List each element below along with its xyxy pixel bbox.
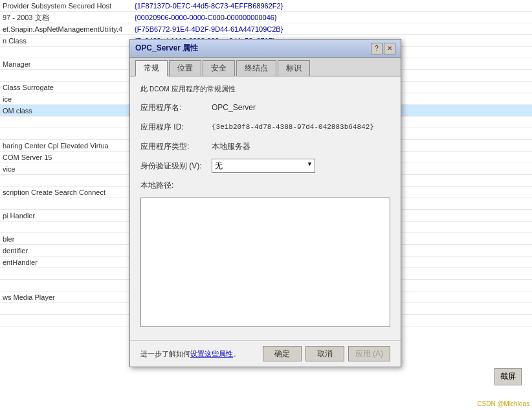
list-left-cell: pi Handler (0, 210, 129, 221)
list-right-cell: {F75B6772-91E4-4D2F-9D44-61A447109C2B} (129, 23, 532, 34)
list-left-cell (0, 268, 129, 279)
list-left-cell: Provider Subsystem Secured Host (0, 0, 129, 11)
tab-常规[interactable]: 常规 (135, 60, 168, 76)
field-localpath: 本地路径: (140, 178, 390, 192)
field-appname-value: OPC_Server (212, 103, 256, 112)
list-left-cell: dentifier (0, 245, 129, 256)
dialog-titlebar: OPC_Server 属性 ? ✕ (130, 40, 401, 58)
tab-安全[interactable]: 安全 (203, 60, 235, 76)
list-left-cell: n Class (0, 35, 129, 46)
field-localpath-label: 本地路径: (140, 180, 212, 191)
field-appid-value: {3e1b20f8-4d78-4388-97d4-042883b64842} (212, 123, 374, 131)
watermark: CSDN @Michloas (477, 400, 529, 407)
apply-button[interactable]: 应用 (A) (348, 346, 390, 361)
dialog-body: 此 DCOM 应用程序的常规属性 应用程序名: OPC_Server 应用程序 … (130, 76, 401, 340)
list-left-cell: bler (0, 233, 129, 244)
list-right-cell: {00020906-0000-0000-C000-000000000046} (129, 12, 532, 23)
field-authlevel: 身份验证级别 (V): 无 (140, 159, 390, 173)
list-left-cell (0, 198, 129, 209)
auth-select-wrapper: 无 (212, 159, 315, 173)
list-left-cell (0, 70, 129, 81)
list-left-cell (0, 222, 129, 233)
field-appid: 应用程序 ID: {3e1b20f8-4d78-4388-97d4-042883… (140, 120, 390, 134)
field-appname: 应用程序名: OPC_Server (140, 100, 390, 115)
properties-dialog: OPC_Server 属性 ? ✕ 常规位置安全终结点标识 此 DCOM 应用程… (129, 39, 401, 367)
list-left-cell (0, 117, 129, 128)
list-left-cell (0, 175, 129, 186)
footer-suffix: 。 (233, 350, 240, 358)
titlebar-buttons: ? ✕ (371, 43, 395, 54)
list-left-cell (0, 47, 129, 58)
list-left-cell: ice (0, 93, 129, 104)
list-item[interactable]: et.Snapin.AspNetManagementUtility.4 {F75… (0, 23, 532, 35)
tab-标识[interactable]: 标识 (278, 60, 310, 76)
list-left-cell: OM class (0, 105, 129, 116)
list-left-cell: entHandler (0, 256, 129, 268)
footer-link-area: 进一步了解如何设置这些属性。 (140, 349, 240, 359)
list-left-cell: Manager (0, 58, 129, 69)
footer-buttons: 确定 取消 应用 (A) (263, 346, 390, 361)
content-area (140, 198, 390, 327)
list-left-cell: et.Snapin.AspNetManagementUtility.4 (0, 23, 129, 34)
cancel-button[interactable]: 取消 (305, 346, 344, 361)
list-left-cell (0, 128, 129, 139)
dialog-footer: 进一步了解如何设置这些属性。 确定 取消 应用 (A) (130, 340, 401, 367)
list-left-cell (0, 303, 129, 314)
section-title: 此 DCOM 应用程序的常规属性 (140, 84, 390, 94)
list-left-cell: vice (0, 163, 129, 174)
close-button[interactable]: ✕ (384, 43, 395, 54)
list-left-cell: Class Surrogate (0, 82, 129, 93)
field-apptype: 应用程序类型: 本地服务器 (140, 139, 390, 154)
footer-text: 进一步了解如何 (140, 350, 190, 358)
list-left-cell: haring Center Cpl Elevated Virtua (0, 140, 129, 151)
list-left-cell: COM Server 15 (0, 152, 129, 163)
list-right-cell: {1F87137D-0E7C-44d5-8C73-4EFFB68962F2} (129, 0, 532, 11)
tab-终结点[interactable]: 终结点 (236, 60, 276, 76)
list-left-cell: scription Create Search Connect (0, 187, 129, 198)
list-left-cell: ws Media Player (0, 291, 129, 302)
settings-link[interactable]: 设置这些属性 (190, 350, 233, 358)
help-button[interactable]: ? (371, 43, 382, 54)
field-apptype-value: 本地服务器 (212, 141, 250, 152)
screenshot-button[interactable]: 截屏 (494, 368, 522, 385)
field-appid-label: 应用程序 ID: (140, 122, 212, 133)
dialog-title: OPC_Server 属性 (135, 43, 198, 54)
auth-level-select[interactable]: 无 (212, 159, 315, 173)
dialog-tabs: 常规位置安全终结点标识 (130, 58, 401, 76)
field-appname-label: 应用程序名: (140, 102, 212, 113)
list-left-cell (0, 315, 129, 326)
field-apptype-label: 应用程序类型: (140, 141, 212, 152)
list-item[interactable]: 97 - 2003 文档 {00020906-0000-0000-C000-00… (0, 12, 532, 23)
field-authlevel-label: 身份验证级别 (V): (140, 161, 212, 172)
list-item[interactable]: Provider Subsystem Secured Host {1F87137… (0, 0, 532, 12)
list-left-cell (0, 280, 129, 291)
tab-位置[interactable]: 位置 (169, 60, 201, 76)
ok-button[interactable]: 确定 (263, 346, 302, 361)
list-left-cell: 97 - 2003 文档 (0, 12, 129, 23)
